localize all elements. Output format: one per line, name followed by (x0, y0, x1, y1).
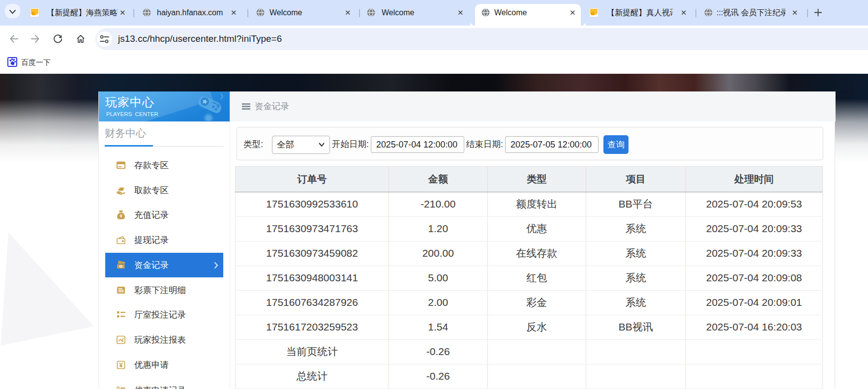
svg-text:¥: ¥ (120, 213, 122, 218)
